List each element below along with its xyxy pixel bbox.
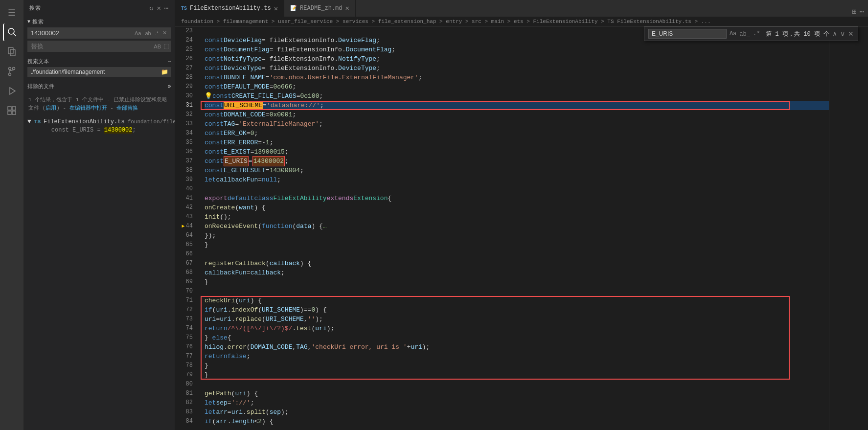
svg-rect-12 [12,111,16,114]
next-match-button[interactable]: ∨ [840,30,845,38]
editor-find-input[interactable] [648,29,727,39]
search-activity-icon[interactable] [3,23,21,41]
exclude-gear-icon[interactable]: ⚙ [167,83,171,90]
replace-copy-button[interactable]: ⬚ [162,43,170,50]
line-number: 31 [175,101,197,110]
code-line: const NotifyType = fileExtensionInfo.Not… [205,54,829,64]
code-line: const DocumentFlag = fileExtensionInfo.D… [205,45,829,54]
result-line-text: const E_URIS = 14300002; [51,127,136,134]
code-line: onReceiveEvent(function (data) {… [205,222,829,231]
regex-btn[interactable]: .* [753,30,760,37]
tab-bar: TS FileExtensionAbility.ts ✕ 📝 README_zh… [175,0,868,17]
close-find-button[interactable]: ✕ [848,30,854,38]
line-number: 78 [175,361,197,370]
source-control-icon[interactable] [3,63,21,80]
exclude-section-toggle[interactable]: 排除的文件 ⚙ [25,82,173,91]
tab-label-2: README_zh.md [300,5,342,12]
line-number: 68 [175,268,197,277]
result-line-item[interactable]: const E_URIS = 14300002; [23,126,175,134]
line-number: 64 [175,231,197,240]
include-path-container: 📁 [27,67,171,77]
code-line: const ERR_OK = 0; [205,129,829,138]
code-line: uri = uri.replace(URI_SCHEME, ''); [205,315,829,324]
code-line: export default class FileExtAbility exte… [205,194,829,203]
case-btn[interactable]: Aa [730,30,736,37]
replace-input-container: AB ⬚ [27,41,171,52]
search-input[interactable] [28,28,131,38]
code-line: const DeviceType = fileExtensionInfo.Dev… [205,64,829,73]
search-options: 搜索文本 ⋯ 📁 [23,55,175,80]
code-line: callbackFun = callback; [205,268,829,277]
exclude-label-text: 排除的文件 [27,83,54,90]
search-actions: Aa ab .* ✕ [131,29,170,37]
code-line: 💡const CREATE_FILE_FLAGS = 0o100; [205,91,829,101]
close-search-button[interactable]: ✕ [161,29,168,37]
code-line: const E_URIS = 14300002; [205,157,829,166]
file-result-item[interactable]: ▼ TS FileExtensionAbility.ts foundation/… [23,117,175,126]
line-number: 44 [175,222,197,231]
code-line: return /^\/([^\/]+\/?)$/.test(uri); [205,324,829,333]
include-path-input[interactable] [28,68,159,76]
code-area[interactable]: const DeviceFlag = fileExtensionInfo.Dev… [201,26,829,430]
code-line [205,249,829,259]
include-folder-button[interactable]: 📁 [159,68,170,76]
tab-close-2[interactable]: ✕ [345,4,349,12]
replace-all-link[interactable]: 全部替换 [116,105,138,111]
clear-results-icon[interactable]: ✕ [157,4,161,12]
line-number: 79 [175,370,197,380]
code-line: let callbackFun = null; [205,175,829,184]
line-number: 82 [175,398,197,407]
line-number: 67 [175,259,197,268]
code-line [205,287,829,296]
svg-rect-2 [8,47,13,54]
prev-match-button[interactable]: ∧ [832,30,837,38]
tab-readme[interactable]: 📝 README_zh.md ✕ [284,0,356,17]
editor-search-bar: Aa ab̲ .* 第 1 项，共 10 项 个 ∧ ∨ ✕ [644,26,858,41]
extensions-icon[interactable] [3,102,21,119]
code-line: let arr = uri.split(sep); [205,407,829,417]
case-sensitive-button[interactable]: Aa [133,29,142,37]
search-input-container: Aa ab .* ✕ [27,27,171,39]
svg-point-6 [13,68,15,70]
refresh-icon[interactable]: ↻ [149,4,154,12]
line-number: 42 [175,203,197,212]
explorer-activity-icon[interactable] [3,43,21,61]
split-editor-icon[interactable]: ⊞ [852,7,857,17]
line-number: 27 [175,64,197,73]
line-number: 77 [175,352,197,361]
tab-close-1[interactable]: ✕ [274,4,278,13]
code-line: const URI_SCHEME = 'datashare://'; [205,101,829,110]
collapse-all-icon[interactable]: ⋯ [164,4,169,12]
chevron-file-icon: ▼ [27,118,31,125]
code-line: let sep = '://'; [205,398,829,407]
line-number: 39 [175,175,197,184]
open-in-editor-link[interactable]: 在编辑器中打开 [69,105,107,111]
menu-icon[interactable]: ☰ [3,4,21,22]
replace-all-button[interactable]: AB [152,43,162,50]
more-actions-icon[interactable]: ⋯ [859,7,864,17]
run-icon[interactable] [3,82,21,100]
sidebar-title: 搜索 [29,4,41,12]
line-number: 30 [175,91,197,101]
line-number: 66 [175,249,197,259]
line-number: 24 [175,36,197,45]
enable-link[interactable]: 启用 [46,105,56,111]
exclude-section: 排除的文件 ⚙ [23,80,175,93]
tab-file-extension-ability[interactable]: TS FileExtensionAbility.ts ✕ [175,0,284,17]
code-line: const DEFAULT_MODE = 0o666; [205,82,829,91]
svg-point-0 [8,28,14,34]
code-line: if (arr.length < 2) { [205,417,829,426]
activity-bar: ☰ [0,0,23,430]
search-collapse-icon[interactable]: ▼ [27,19,30,24]
replace-input[interactable] [28,41,152,51]
regex-button[interactable]: .* [154,29,160,37]
file-results: ▼ TS FileExtensionAbility.ts foundation/… [23,115,175,136]
line-number: 29 [175,82,197,91]
include-section-toggle[interactable]: 搜索文本 ⋯ [25,57,173,66]
editor-match-info: 第 1 项，共 10 项 个 [766,30,829,38]
whole-word-button[interactable]: ab [143,29,152,37]
word-btn[interactable]: ab̲ [739,30,750,38]
include-options-icon[interactable]: ⋯ [167,58,171,65]
sidebar-header: 搜索 ↻ ✕ ⋯ [23,0,175,16]
md-icon: 📝 [290,5,297,11]
